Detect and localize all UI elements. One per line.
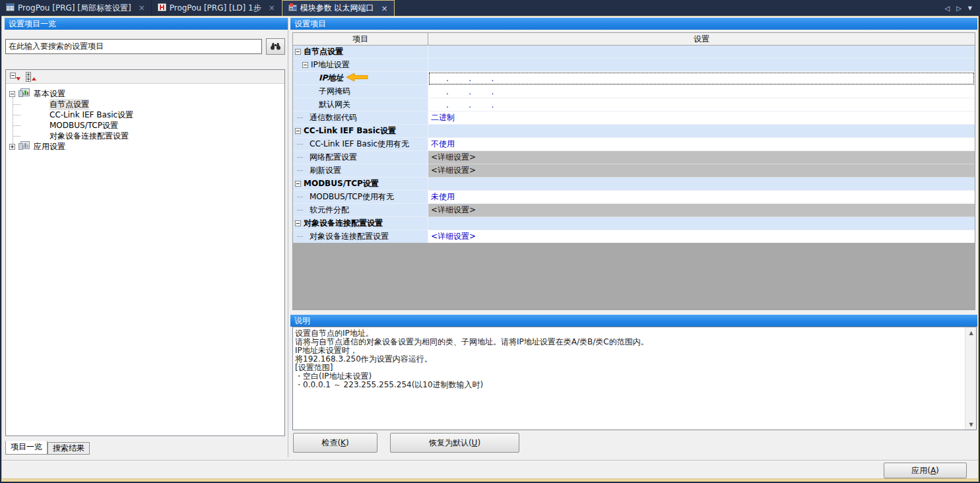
description-caption: 说明	[290, 315, 977, 327]
cclink-use-value-cell[interactable]: 不使用	[428, 138, 975, 151]
setting-item-tree: 基本设置 自节点设置 CC-Link IEF Basic设置 MODBUS/TC…	[5, 69, 285, 436]
button-label: 检查(	[321, 437, 341, 449]
row-label: 软元件分配	[305, 205, 349, 216]
module-parameter-window: 设置项目一览 基本设置 自节点	[1, 16, 979, 479]
row-label: MODBUS/TCP设置	[304, 178, 379, 189]
next-tab-icon[interactable]: ▷	[956, 5, 962, 12]
row-ip-address: IP地址 . . .	[293, 72, 975, 85]
row-modbus-group: MODBUS/TCP设置	[293, 177, 975, 191]
search-button[interactable]	[266, 38, 285, 55]
collapse-expander-icon[interactable]	[295, 49, 301, 55]
button-label: 恢复为默认(	[429, 437, 472, 449]
row-value	[428, 217, 975, 230]
tree-stub	[297, 144, 303, 145]
tab-search-result[interactable]: 搜索结果	[48, 442, 90, 455]
label-editor-icon	[6, 3, 15, 13]
tree-item-label: CC-Link IEF Basic设置	[49, 110, 133, 121]
row-label: 子网掩码	[319, 86, 350, 97]
binoculars-icon	[270, 42, 281, 52]
description-text: 设置自节点的IP地址。 请将与自节点通信的对象设备设置为相同的类、子网地址。请将…	[295, 329, 963, 389]
subnet-mask-value-cell[interactable]: . . .	[428, 85, 975, 98]
row-default-gateway: 默认网关 . . .	[293, 98, 975, 112]
window-gold-border	[1, 479, 979, 482]
description-scrollbar[interactable]: ▲ ▼	[965, 327, 976, 430]
apply-button[interactable]: 应用(A)	[884, 463, 967, 478]
tab-progpou-label-editor[interactable]: ProgPou [PRG] [局部标签设置] ×	[0, 0, 152, 16]
row-network-config: 网络配置设置 <详细设置>	[293, 151, 975, 164]
tree-stub	[297, 117, 303, 118]
prev-tab-icon[interactable]: ◁	[944, 5, 950, 12]
tree-body: 基本设置 自节点设置 CC-Link IEF Basic设置 MODBUS/TC…	[6, 84, 284, 152]
close-icon[interactable]: ×	[269, 3, 275, 13]
button-label: )	[346, 438, 349, 447]
close-icon[interactable]: ×	[139, 3, 145, 13]
ip-address-pointer-arrow	[346, 73, 368, 84]
tree-stub	[297, 210, 303, 210]
external-device-setting-value-cell[interactable]: <详细设置>	[428, 230, 975, 243]
search-input[interactable]	[5, 39, 262, 54]
basic-settings-children: 自节点设置 CC-Link IEF Basic设置 MODBUS/TCP设置 对…	[6, 99, 284, 141]
application-settings-icon	[18, 141, 30, 152]
row-label: 刷新设置	[305, 165, 341, 176]
collapse-all-icon[interactable]	[9, 71, 21, 82]
tab-module-parameter-ethernet[interactable]: 模块参数 以太网端口 ×	[282, 0, 395, 16]
tab-item-list[interactable]: 项目一览	[5, 441, 48, 455]
row-label: 网络配置设置	[305, 152, 357, 163]
tab-list-menu-icon[interactable]: ▼	[968, 5, 972, 11]
row-device-assignment: 软元件分配 <详细设置>	[293, 204, 975, 217]
row-label: CC-Link IEF Basic设置	[304, 125, 396, 137]
row-label: IP地址	[319, 73, 343, 84]
tree-item-external-device-config[interactable]: 对象设备连接配置设置	[6, 131, 284, 141]
tree-item-cclink-ief-basic[interactable]: CC-Link IEF Basic设置	[6, 110, 284, 120]
ip-address-value-cell[interactable]: . . .	[428, 72, 975, 85]
row-external-device-setting: 对象设备连接配置设置 <详细设置>	[293, 230, 975, 243]
setting-item-caption: 设置项目	[290, 18, 977, 30]
tree-item-application-settings[interactable]: 应用设置	[6, 141, 284, 152]
module-param-icon	[288, 3, 297, 13]
ladder-icon	[158, 3, 166, 13]
footer-separator	[2, 460, 978, 461]
expand-all-icon[interactable]	[25, 71, 37, 82]
collapse-expander-icon[interactable]	[302, 62, 308, 68]
collapse-expander-icon[interactable]	[295, 220, 301, 226]
description-line: 将192.168.3.250作为设置内容运行。	[295, 355, 963, 364]
default-gateway-value-cell[interactable]: . . .	[428, 98, 975, 112]
tree-toolbar	[6, 70, 284, 84]
collapse-expander-icon[interactable]	[295, 181, 301, 187]
row-self-node-group: 自节点设置	[293, 46, 975, 59]
basic-settings-icon	[18, 88, 30, 100]
table-header-row: 项目 设置	[293, 33, 975, 46]
restore-default-button[interactable]: 恢复为默认(U)	[390, 433, 519, 453]
row-label: 对象设备连接配置设置	[305, 231, 389, 242]
tab-progpou-ld[interactable]: ProgPou [PRG] [LD] 1步 ×	[152, 0, 282, 16]
comm-data-code-value-cell[interactable]: 二进制	[428, 112, 975, 125]
collapse-expander-icon[interactable]	[295, 128, 301, 134]
modbus-use-value-cell[interactable]: 未使用	[428, 191, 975, 204]
row-ip-address-group: IP地址设置	[293, 59, 975, 72]
tree-stub	[297, 236, 303, 237]
row-value	[428, 125, 975, 138]
row-label: 默认网关	[319, 99, 350, 110]
setting-item-list-caption: 设置项目一览	[5, 18, 288, 30]
panel-splitter[interactable]	[288, 18, 288, 457]
expand-expander-icon[interactable]	[9, 144, 15, 150]
tree-stub	[297, 157, 303, 158]
tree-stub	[297, 197, 303, 197]
table-filler-area	[292, 243, 975, 310]
scroll-up-icon[interactable]: ▲	[965, 327, 977, 338]
tree-item-basic-settings[interactable]: 基本设置	[6, 88, 284, 99]
collapse-expander-icon[interactable]	[9, 91, 15, 97]
scroll-down-icon[interactable]: ▼	[965, 419, 977, 430]
device-assignment-value-cell[interactable]: <详细设置>	[428, 204, 975, 217]
close-icon[interactable]: ×	[381, 4, 388, 13]
column-header-item: 项目	[293, 33, 428, 46]
tab-nav-controls: ◁ ▷ ▼	[936, 0, 980, 16]
check-button[interactable]: 检查(K)	[293, 433, 377, 453]
tree-item-modbus-tcp[interactable]: MODBUS/TCP设置	[6, 120, 284, 131]
row-value	[428, 46, 975, 59]
tree-item-self-node[interactable]: 自节点设置	[6, 99, 284, 110]
refresh-setting-value-cell[interactable]: <详细设置>	[428, 164, 975, 177]
tab-label: ProgPou [PRG] [LD] 1步	[170, 3, 261, 14]
network-config-value-cell[interactable]: <详细设置>	[428, 151, 975, 164]
description-line: 请将与自节点通信的对象设备设置为相同的类、子网地址。请将IP地址设置在类A/类B…	[295, 338, 963, 346]
